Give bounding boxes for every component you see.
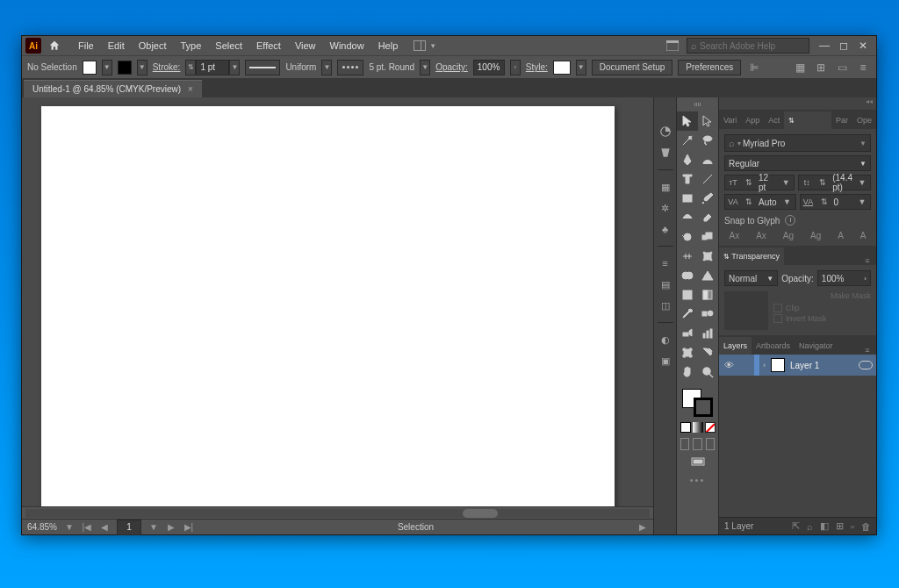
menu-view[interactable]: View <box>288 36 323 55</box>
maximize-button[interactable]: ◻ <box>838 39 850 52</box>
tab-paragraph[interactable]: Par <box>831 111 852 129</box>
artboard-dropdown[interactable]: ▼ <box>148 522 159 532</box>
help-search-input[interactable] <box>700 41 805 51</box>
stroke-swatch[interactable] <box>118 61 132 75</box>
snap-icon[interactable]: ⊞ <box>813 60 829 75</box>
transparency-panel-menu-icon[interactable]: ≡ <box>859 256 876 265</box>
color-guide-panel-icon[interactable] <box>658 145 673 161</box>
delete-layer-icon[interactable]: 🗑 <box>861 521 871 532</box>
leading-field[interactable]: t↕⇅(14.4 pt)▼ <box>798 175 871 190</box>
layer-name[interactable]: Layer 1 <box>790 361 859 370</box>
fill-swatch[interactable] <box>83 61 97 75</box>
document-tab[interactable]: Untitled-1 @ 64.85% (CMYK/Preview) × <box>24 80 202 97</box>
color-mode-none[interactable] <box>705 422 716 433</box>
panel-collapse-handle[interactable]: ◂◂ <box>719 97 876 110</box>
menu-effect[interactable]: Effect <box>249 36 288 55</box>
shape-builder-tool[interactable] <box>677 266 698 285</box>
style-label[interactable]: Style: <box>526 62 548 72</box>
line-tool[interactable] <box>698 169 719 189</box>
transparency-panel-icon[interactable]: ◫ <box>658 298 673 313</box>
brush-dropdown[interactable]: ▼ <box>420 60 430 75</box>
menu-object[interactable]: Object <box>132 36 174 55</box>
zoom-tool[interactable] <box>698 362 719 382</box>
align-icon[interactable]: ⊫ <box>746 60 762 75</box>
color-panel-icon[interactable] <box>658 124 673 140</box>
info-icon[interactable]: i <box>785 215 795 226</box>
zoom-dropdown[interactable]: ▼ <box>64 522 75 532</box>
locate-object-icon[interactable]: ⇱ <box>792 520 800 532</box>
mask-thumbnail[interactable] <box>724 291 768 330</box>
lasso-tool[interactable] <box>698 131 719 150</box>
close-tab-icon[interactable]: × <box>188 84 193 94</box>
opacity-dropdown[interactable]: › <box>510 60 521 75</box>
font-family-field[interactable]: ⌕▾ ▼ <box>724 134 871 152</box>
scroll-thumb[interactable] <box>463 509 498 518</box>
gradient-tool[interactable] <box>698 285 719 305</box>
tab-actions[interactable]: Act <box>764 111 784 129</box>
arrange-documents-icon[interactable] <box>664 39 681 53</box>
swatches-panel-icon[interactable]: ▦ <box>658 179 673 195</box>
selection-tool[interactable] <box>677 111 698 131</box>
snap-baseline-icon[interactable]: Ax <box>729 231 739 240</box>
fill-dropdown[interactable]: ▼ <box>102 60 112 75</box>
tab-navigator[interactable]: Navigator <box>795 337 838 355</box>
create-sublayer-icon[interactable]: ◧ <box>820 520 829 532</box>
minimize-button[interactable]: — <box>818 39 831 52</box>
layers-panel-menu-icon[interactable]: ≡ <box>859 346 876 355</box>
preferences-button[interactable]: Preferences <box>678 60 741 75</box>
tab-transparency[interactable]: ⇅ Transparency <box>719 247 784 265</box>
new-layer2-icon[interactable]: ▫ <box>851 521 854 532</box>
color-mode-gradient[interactable] <box>693 422 703 433</box>
slice-tool[interactable] <box>698 343 719 362</box>
document-setup-button[interactable]: Document Setup <box>592 60 673 75</box>
target-icon[interactable] <box>859 361 873 369</box>
fill-stroke-control[interactable] <box>677 385 718 420</box>
last-artboard-icon[interactable]: ▶| <box>183 522 194 532</box>
snap-a-icon[interactable]: A <box>838 231 844 240</box>
paintbrush-tool[interactable] <box>698 189 719 208</box>
menu-edit[interactable]: Edit <box>101 36 132 55</box>
first-artboard-icon[interactable]: |◀ <box>82 522 92 532</box>
home-icon[interactable] <box>47 38 62 54</box>
draw-behind-icon[interactable] <box>693 438 701 450</box>
workspace-switcher[interactable]: ▼ <box>414 40 436 51</box>
snap-xheight-icon[interactable]: Ax <box>756 231 766 240</box>
brushes-panel-icon[interactable]: ✲ <box>658 200 673 216</box>
gradient-panel-icon[interactable]: ▤ <box>658 276 673 292</box>
appearance-panel-icon[interactable]: ◐ <box>658 332 673 348</box>
zoom-level[interactable]: 64.85% <box>27 522 57 532</box>
layer-thumbnail[interactable] <box>771 358 785 372</box>
mesh-tool[interactable] <box>677 285 698 305</box>
draw-inside-icon[interactable] <box>706 438 715 450</box>
canvas-area[interactable] <box>22 97 653 506</box>
close-button[interactable]: ✕ <box>857 39 869 52</box>
blend-mode-dropdown[interactable]: Normal▼ <box>724 270 778 286</box>
snap-angular-icon[interactable]: Ag <box>810 231 821 240</box>
stroke-swatch-dropdown[interactable]: ▼ <box>137 60 147 75</box>
rectangle-tool[interactable] <box>677 189 698 208</box>
horizontal-scrollbar[interactable] <box>22 506 653 519</box>
help-search[interactable]: ⌕ <box>687 38 809 54</box>
tab-layers[interactable]: Layers <box>719 337 752 355</box>
rotate-tool[interactable] <box>677 227 698 247</box>
free-transform-tool[interactable] <box>698 247 719 266</box>
perspective-grid-tool[interactable] <box>698 266 719 285</box>
menu-type[interactable]: Type <box>174 36 209 55</box>
artboard-number-input[interactable] <box>117 520 141 535</box>
toolbox-grip[interactable] <box>677 103 718 108</box>
symbol-sprayer-tool[interactable] <box>677 324 698 343</box>
stroke-weight-dropdown[interactable]: ▼ <box>229 60 240 75</box>
snap-a2-icon[interactable]: A <box>860 231 867 240</box>
opacity-input[interactable] <box>473 60 505 75</box>
tab-opentype[interactable]: Ope <box>852 111 876 129</box>
brush-preview[interactable] <box>337 60 363 75</box>
stroke-panel-icon[interactable]: ≡ <box>658 255 673 271</box>
status-menu-icon[interactable]: ▶ <box>637 522 648 532</box>
tab-variables[interactable]: Vari <box>719 111 741 129</box>
tab-character[interactable]: ⇅ Character <box>784 111 831 129</box>
stroke-weight-input[interactable] <box>196 60 229 75</box>
expand-layer-icon[interactable]: › <box>763 361 766 369</box>
grid-icon[interactable]: ▦ <box>792 60 808 75</box>
font-style-dropdown[interactable]: Regular▼ <box>724 155 871 171</box>
kerning-field[interactable]: VA⇅Auto▼ <box>724 194 796 210</box>
